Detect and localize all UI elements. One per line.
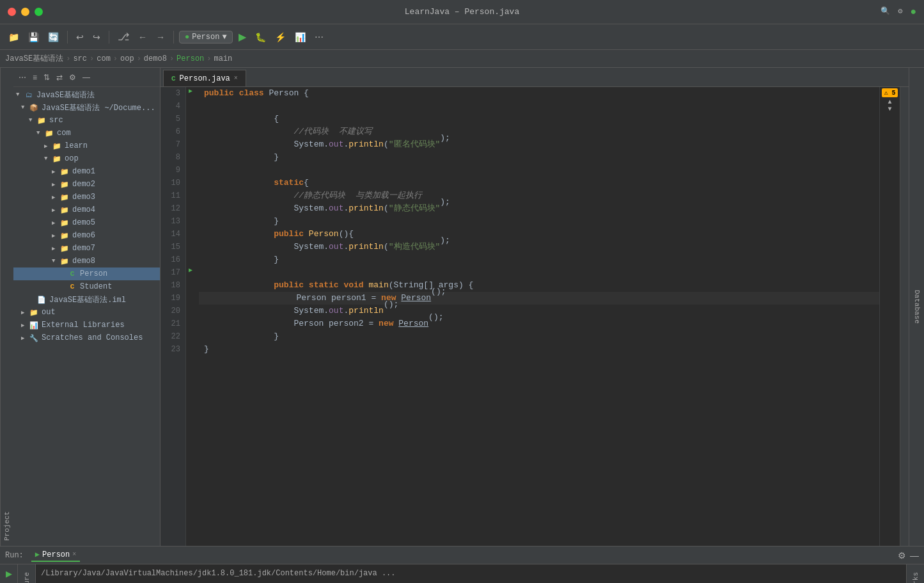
close-button[interactable]: [8, 8, 16, 16]
breadcrumb-item-1[interactable]: JavaSE基础语法: [5, 53, 63, 64]
toolbar-separator-2: [109, 31, 109, 44]
redo-button[interactable]: ↪: [90, 30, 104, 44]
sync-button[interactable]: 🔄: [45, 30, 62, 44]
run-config-selector[interactable]: ● Person ▼: [179, 31, 233, 44]
editor-tab-person[interactable]: C Person.java ×: [163, 70, 246, 86]
tree-item-demo6[interactable]: ▶ 📁 demo6: [13, 229, 160, 242]
code-line-5: {: [199, 113, 879, 125]
code-content[interactable]: public class Person { { //代码块 不建议写 Syste…: [199, 87, 879, 546]
code-line-17: [199, 266, 879, 279]
rerun-button[interactable]: ▶: [4, 567, 14, 580]
src-folder-icon: 📁: [36, 115, 47, 125]
tree-item-com[interactable]: ▼ 📁 com: [13, 127, 160, 140]
editor-tabs: C Person.java ×: [161, 68, 909, 87]
tree-item-demo2[interactable]: ▶ 📁 demo2: [13, 178, 160, 191]
bookmarks-label[interactable]: Bookmarks: [912, 567, 920, 583]
breadcrumb-item-3[interactable]: com: [97, 54, 111, 63]
run-minimize-button[interactable]: —: [910, 550, 919, 561]
project-tree: ▼ 🗂 JavaSE基础语法 ▼ 📦 JavaSE基础语法 ~/Docume..…: [13, 87, 160, 546]
tree-item-ext-libs[interactable]: ▶ 📊 External Libraries: [13, 319, 160, 331]
tree-item-demo5[interactable]: ▶ 📁 demo5: [13, 216, 160, 229]
coverage-button[interactable]: ⚡: [272, 30, 289, 44]
project-toolbar-btn-6[interactable]: —: [80, 72, 93, 83]
project-toolbar-btn-4[interactable]: ⇄: [54, 72, 65, 83]
tree-item-scratches[interactable]: ▶ 🔧 Scratches and Consoles: [13, 331, 160, 344]
demo4-icon: 📁: [59, 205, 70, 215]
demo8-icon: 📁: [59, 256, 70, 266]
project-toolbar-btn-1[interactable]: ⋯: [16, 72, 29, 83]
run-button[interactable]: ▶: [235, 29, 249, 45]
code-line-4: [199, 100, 879, 113]
code-line-15: System.out.println("构造代码块");: [199, 241, 879, 253]
warning-chevron-up[interactable]: ▲: [888, 99, 891, 106]
code-line-11: //静态代码块 与类加载一起执行: [199, 189, 879, 202]
settings-icon[interactable]: ⚙: [898, 6, 902, 18]
project-toolbar-btn-5[interactable]: ⚙: [67, 72, 79, 83]
breadcrumb-item-6[interactable]: Person: [176, 54, 204, 63]
code-editor[interactable]: 3 4 5 6 7 8 9 10 11 12 13 14 15 16 17 18…: [161, 87, 909, 546]
save-button[interactable]: 💾: [25, 30, 42, 44]
tree-item-out[interactable]: ▶ 📁 out: [13, 306, 160, 319]
tree-item-demo1[interactable]: ▶ 📁 demo1: [13, 165, 160, 178]
tab-java-icon: C: [171, 75, 176, 83]
forward-button[interactable]: →: [153, 30, 168, 44]
tree-item-root[interactable]: ▼ 🗂 JavaSE基础语法: [13, 88, 160, 101]
open-button[interactable]: 📁: [5, 30, 22, 44]
editor-area: C Person.java × 3 4 5 6 7 8 9 10 11 12 1…: [161, 68, 909, 546]
maximize-button[interactable]: [35, 8, 43, 16]
code-line-9: [199, 164, 879, 177]
more-button[interactable]: ⋯: [311, 30, 327, 44]
tree-item-demo3[interactable]: ▶ 📁 demo3: [13, 191, 160, 204]
run-panel: Run: ▶ Person × ⚙ — ▶ ↑ 🔧 ↓ ■ 🖨 🗑 Struct…: [0, 546, 924, 583]
structure-label[interactable]: Structure: [23, 567, 31, 583]
code-line-18: public static void main(String[] args) {: [199, 279, 879, 292]
run-arrow-18[interactable]: ▶: [189, 266, 192, 274]
tab-close-button[interactable]: ×: [234, 75, 238, 82]
run-tab-close[interactable]: ×: [72, 551, 76, 558]
database-label[interactable]: Database: [913, 285, 921, 329]
tree-item-demo4[interactable]: ▶ 📁 demo4: [13, 204, 160, 216]
run-arrow-3[interactable]: ▶: [189, 87, 192, 95]
vcs-button[interactable]: ⎇: [114, 29, 132, 45]
tree-item-student[interactable]: C Student: [13, 280, 160, 293]
run-panel-header: Run: ▶ Person × ⚙ —: [0, 547, 924, 564]
dropdown-icon: ▼: [222, 33, 226, 42]
tree-item-src[interactable]: ▼ 📁 src: [13, 114, 160, 127]
minimize-button[interactable]: [21, 8, 29, 16]
breadcrumb-item-5[interactable]: demo8: [144, 54, 167, 63]
code-line-21: Person person2 = new Person();: [199, 317, 879, 330]
run-label: Run:: [5, 551, 24, 560]
tree-item-demo8[interactable]: ▼ 📁 demo8: [13, 255, 160, 268]
tree-item-demo7[interactable]: ▶ 📁 demo7: [13, 242, 160, 255]
undo-button[interactable]: ↩: [73, 30, 87, 44]
run-settings-button[interactable]: ⚙: [898, 550, 906, 561]
toolbar-separator-3: [173, 31, 174, 44]
code-line-10: static{: [199, 177, 879, 189]
project-toolbar-btn-2[interactable]: ≡: [30, 72, 40, 83]
help-icon[interactable]: ●: [910, 6, 916, 18]
tree-item-iml[interactable]: 📄 JavaSE基础语法.iml: [13, 293, 160, 306]
search-icon[interactable]: 🔍: [881, 6, 890, 18]
scratches-icon: 🔧: [29, 333, 39, 343]
project-toolbar-btn-3[interactable]: ⇅: [41, 72, 52, 83]
oop-folder-icon: 📁: [52, 154, 62, 164]
bookmarks-strip: Bookmarks 🔖: [906, 564, 924, 583]
run-tab-person[interactable]: ▶ Person ×: [31, 548, 80, 562]
titlebar-actions: 🔍 ⚙ ●: [881, 6, 916, 18]
code-line-13: }: [199, 215, 879, 228]
tree-item-person[interactable]: C Person: [13, 268, 160, 280]
code-line-19: Person person1 = new Person();: [199, 292, 879, 305]
warning-chevron-down[interactable]: ▼: [888, 106, 891, 113]
code-line-20: System.out.println();: [199, 305, 879, 317]
breadcrumb-item-4[interactable]: oop: [120, 54, 134, 63]
tree-item-oop[interactable]: ▼ 📁 oop: [13, 152, 160, 165]
debug-button[interactable]: 🐛: [252, 30, 269, 44]
tree-item-module[interactable]: ▼ 📦 JavaSE基础语法 ~/Docume...: [13, 101, 160, 114]
back-button[interactable]: ←: [135, 30, 150, 44]
profile-button[interactable]: 📊: [292, 30, 309, 44]
project-panel-label[interactable]: Project: [0, 68, 13, 546]
breadcrumb-item-7[interactable]: main: [214, 54, 233, 63]
tree-item-learn[interactable]: ▶ 📁 learn: [13, 140, 160, 152]
breadcrumb-item-2[interactable]: src: [73, 54, 87, 63]
code-scrollbar[interactable]: [900, 87, 909, 546]
